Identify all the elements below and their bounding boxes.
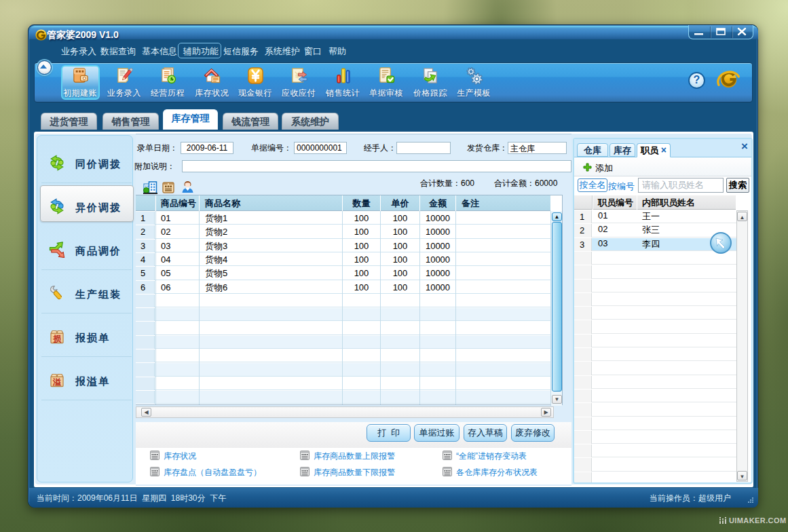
svg-text:溢: 溢 xyxy=(52,377,61,387)
svg-text:损: 损 xyxy=(52,334,62,343)
